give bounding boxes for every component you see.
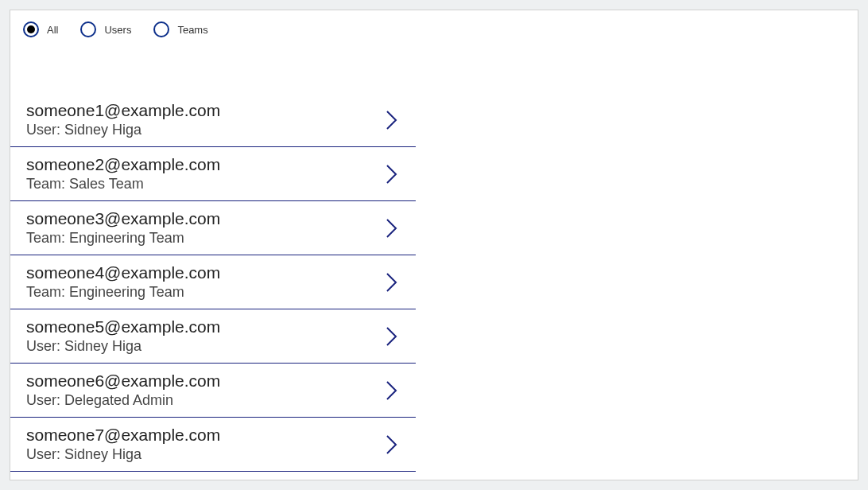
filter-radio-all[interactable]: All [23, 21, 58, 37]
list-item-texts: someone2@example.com Team: Sales Team [26, 155, 220, 192]
list-item-texts: someone3@example.com Team: Engineering T… [26, 209, 220, 247]
list-item-texts: someone6@example.com User: Delegated Adm… [26, 371, 220, 409]
chevron-right-icon [384, 217, 400, 239]
list-item-email: someone3@example.com [26, 209, 220, 228]
filter-label-teams: Teams [177, 24, 207, 36]
list-item[interactable]: someone6@example.com User: Delegated Adm… [10, 364, 416, 418]
chevron-right-icon [384, 109, 400, 131]
list-item[interactable]: someone3@example.com Team: Engineering T… [10, 201, 416, 255]
list-item-texts: someone4@example.com Team: Engineering T… [26, 263, 220, 301]
chevron-right-icon [384, 379, 400, 402]
list-item-detail: User: Sidney Higa [26, 338, 220, 355]
list-item-detail: Team: Engineering Team [26, 230, 220, 247]
list-item-email: someone1@example.com [26, 101, 220, 120]
app-frame: All Users Teams someone1@example.com Use… [10, 10, 858, 480]
filter-label-all: All [47, 24, 58, 36]
mailbox-list[interactable]: someone1@example.com User: Sidney Higa s… [10, 90, 416, 478]
chevron-right-icon [384, 271, 400, 294]
list-item[interactable]: someone1@example.com User: Sidney Higa [10, 90, 416, 147]
list-item-detail: User: Sidney Higa [26, 122, 220, 138]
filter-radio-teams[interactable]: Teams [153, 21, 207, 37]
list-item-texts: someone7@example.com User: Sidney Higa [26, 426, 220, 463]
radio-icon [23, 21, 39, 37]
list-item[interactable]: someone7@example.com User: Sidney Higa [10, 418, 416, 472]
chevron-right-icon [384, 434, 400, 456]
list-item-detail: Team: Sales Team [26, 176, 220, 192]
list-item[interactable]: someone2@example.com Team: Sales Team [10, 147, 416, 201]
list-item[interactable]: someone5@example.com User: Sidney Higa [10, 309, 416, 364]
chevron-right-icon [384, 325, 400, 348]
list-item-detail: User: Sidney Higa [26, 446, 220, 463]
list-item-email: someone2@example.com [26, 155, 220, 174]
list-item-email: someone5@example.com [26, 317, 220, 336]
radio-icon [153, 21, 169, 37]
list-item-detail: User: Delegated Admin [26, 392, 220, 409]
list-item-texts: someone1@example.com User: Sidney Higa [26, 101, 220, 138]
list-item-email: someone6@example.com [26, 371, 220, 391]
filter-label-users: Users [104, 24, 131, 36]
chevron-right-icon [384, 163, 400, 185]
list-item[interactable]: someone4@example.com Team: Engineering T… [10, 255, 416, 309]
list-item-detail: Team: Engineering Team [26, 284, 220, 301]
list-item-email: someone4@example.com [26, 263, 220, 282]
radio-icon [80, 21, 96, 37]
filter-bar: All Users Teams [10, 10, 858, 37]
filter-radio-users[interactable]: Users [80, 21, 131, 37]
list-item-email: someone7@example.com [26, 426, 220, 445]
list-item-texts: someone5@example.com User: Sidney Higa [26, 317, 220, 355]
